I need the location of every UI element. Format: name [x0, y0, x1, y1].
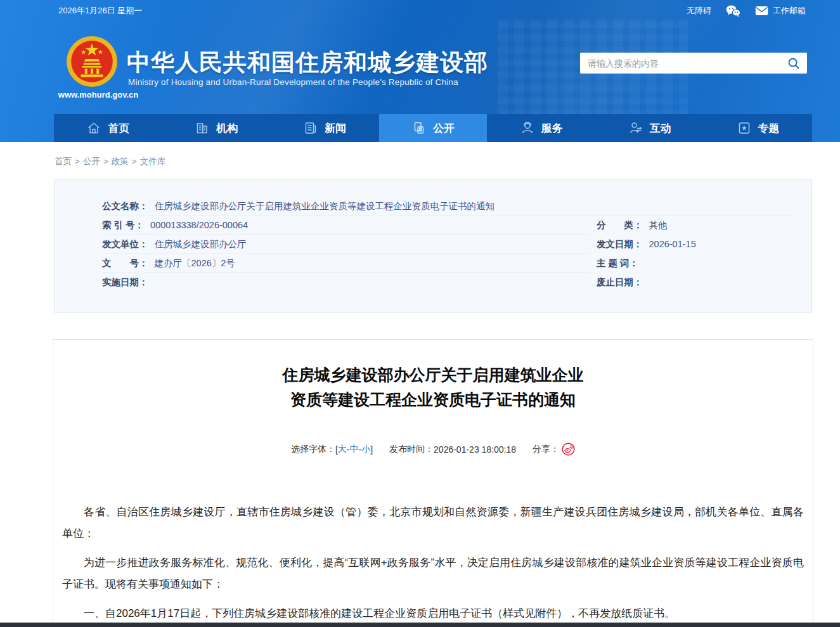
search-input[interactable] — [580, 53, 780, 74]
nav-tab-interaction[interactable]: 互动 — [595, 114, 704, 142]
meta-row: 文 号： 建办厅〔2026〕2号 主 题 词： — [102, 254, 792, 273]
publish-time-label: 发布时间： — [389, 444, 434, 455]
article-title-line1: 住房城乡建设部办公厅关于启用建筑业企业 — [53, 363, 813, 387]
meta-label-abolition-date: 废止日期： — [597, 277, 643, 287]
document-meta-box: 公文名称： 住房城乡建设部办公厅关于启用建筑业企业资质等建设工程企业资质电子证书… — [54, 179, 812, 313]
meta-value-doc-name: 住房城乡建设部办公厅关于启用建筑业企业资质等建设工程企业资质电子证书的通知 — [155, 201, 495, 211]
accessibility-link[interactable]: 无障碍 — [687, 5, 711, 16]
breadcrumb-policy[interactable]: 政策 — [112, 157, 129, 166]
meta-label-doc-number: 文 号： — [102, 258, 148, 268]
mail-icon — [755, 6, 768, 16]
meta-value-issuing-unit: 住房城乡建设部办公厅 — [155, 239, 247, 249]
weibo-icon — [562, 443, 575, 456]
site-title: 中华人民共和国住房和城乡建设部 — [127, 47, 488, 79]
site-url: www.mohurd.gov.cn — [44, 90, 152, 100]
search-box — [580, 53, 807, 74]
breadcrumb-open[interactable]: 公开 — [83, 157, 100, 166]
paragraph-recipients: 各省、自治区住房城乡建设厅，直辖市住房城乡建设（管）委，北京市规划和自然资源委，… — [62, 501, 804, 545]
nav-tab-news[interactable]: 新闻 — [271, 114, 379, 142]
search-icon — [787, 57, 800, 70]
person-headset-icon — [520, 120, 535, 136]
paragraph-intro: 为进一步推进政务服务标准化、规范化、便利化，提高“互联网+政务服务”水平，决定启… — [62, 552, 804, 595]
current-date: 2026年1月26日 星期一 — [58, 5, 142, 16]
breadcrumb: 首页>公开>政策>文件库 — [55, 156, 165, 167]
publish-time: 2026-01-23 18:00:18 — [434, 444, 516, 455]
article-meta-bar: 选择字体： [ 大 - 中 - 小 ] 发布时间： 2026-01-23 18:… — [53, 443, 813, 456]
meta-label-issuing-unit: 发文单位： — [102, 239, 148, 249]
breadcrumb-document-library[interactable]: 文件库 — [140, 157, 166, 166]
meta-label-implementation-date: 实施日期： — [102, 277, 148, 287]
newspaper-icon — [303, 120, 318, 136]
meta-row: 索 引 号： 000013338/2026-00064 分 类： 其他 — [102, 216, 792, 235]
meta-label-doc-name: 公文名称： — [102, 201, 148, 211]
meta-row: 发文单位： 住房城乡建设部办公厅 发文日期： 2026-01-15 — [102, 235, 792, 254]
brand-area: www.mohurd.gov.cn 中华人民共和国住房和城乡建设部 Minist… — [0, 22, 840, 114]
nav-tab-topics[interactable]: 专题 — [704, 114, 812, 142]
building-icon — [195, 120, 210, 136]
home-icon — [86, 120, 101, 136]
star-frame-icon — [737, 120, 752, 136]
article-title-line2: 资质等建设工程企业资质电子证书的通知 — [53, 387, 813, 412]
meta-label-category: 分 类： — [597, 220, 643, 230]
breadcrumb-home[interactable]: 首页 — [55, 157, 72, 166]
paragraph-item-one: 一、自2026年1月17日起，下列住房城乡建设部核准的建设工程企业资质启用电子证… — [62, 603, 804, 624]
meta-label-index-number: 索 引 号： — [102, 220, 144, 230]
person-arrows-icon — [628, 120, 643, 136]
wechat-icon[interactable] — [725, 4, 741, 18]
page: 2026年1月26日 星期一 无障碍 — [0, 0, 840, 627]
topbar: 2026年1月26日 星期一 无障碍 — [0, 0, 840, 22]
font-select-label: 选择字体： — [291, 444, 335, 455]
meta-label-subject-words: 主 题 词： — [597, 258, 638, 268]
meta-value-issue-date: 2026-01-15 — [649, 239, 696, 249]
documents-lock-icon — [411, 120, 427, 136]
weibo-share-button[interactable] — [562, 443, 575, 456]
font-size-large[interactable]: 大 — [338, 444, 347, 455]
nav-tab-open-government[interactable]: 公开 — [379, 114, 488, 142]
font-size-medium[interactable]: 中 — [350, 444, 359, 455]
national-emblem-logo[interactable] — [66, 36, 118, 87]
header-banner: 2026年1月26日 星期一 无障碍 — [0, 0, 840, 142]
search-button[interactable] — [780, 53, 807, 74]
site-subtitle-english: Ministry of Housing and Urban-Rural Deve… — [128, 77, 458, 87]
meta-row-title: 公文名称： 住房城乡建设部办公厅关于启用建筑业企业资质等建设工程企业资质电子证书… — [102, 197, 792, 216]
footer-strip — [0, 623, 840, 627]
article-container: 住房城乡建设部办公厅关于启用建筑业企业 资质等建设工程企业资质电子证书的通知 选… — [53, 339, 813, 627]
meta-value-index-number: 000013338/2026-00064 — [150, 220, 248, 230]
article-title: 住房城乡建设部办公厅关于启用建筑业企业 资质等建设工程企业资质电子证书的通知 — [53, 363, 813, 412]
nav-tab-services[interactable]: 服务 — [487, 114, 595, 142]
nav-tab-organization[interactable]: 机构 — [162, 114, 271, 142]
meta-row: 实施日期： 废止日期： — [102, 273, 792, 292]
article-body: 各省、自治区住房城乡建设厅，直辖市住房城乡建设（管）委，北京市规划和自然资源委，… — [53, 501, 813, 624]
nav-tab-home[interactable]: 首页 — [54, 114, 162, 142]
meta-value-doc-number: 建办厅〔2026〕2号 — [155, 258, 235, 268]
main-nav: 首页 机构 新闻 — [54, 114, 812, 142]
meta-value-category: 其他 — [649, 220, 668, 230]
font-size-small[interactable]: 小 — [361, 444, 370, 455]
share-label: 分享： — [533, 444, 559, 455]
meta-label-issue-date: 发文日期： — [597, 239, 643, 249]
work-mailbox-link[interactable]: 工作邮箱 — [755, 5, 806, 16]
